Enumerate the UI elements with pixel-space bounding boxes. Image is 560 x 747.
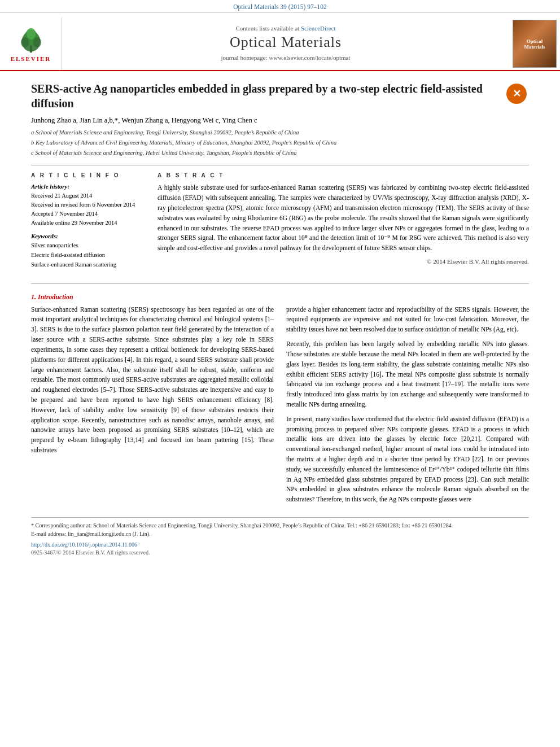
journal-name: Optical Materials	[230, 34, 342, 51]
abstract-heading: A B S T R A C T	[158, 172, 529, 178]
svg-point-4	[20, 37, 29, 47]
body-column-right: provide a higher enhancement factor and …	[286, 305, 529, 509]
received-1: Received 21 August 2014	[31, 191, 144, 200]
crossmark-block: ✕	[506, 84, 529, 104]
svg-point-3	[26, 28, 35, 39]
keyword-2: Electric field-assisted diffusion	[31, 251, 144, 260]
crossmark-x-symbol: ✕	[513, 88, 521, 100]
keyword-3: Surface-enhanced Raman scattering	[31, 260, 144, 270]
elsevier-logo-block: ELSEVIER	[0, 18, 62, 70]
footer-issn: 0925-3467/© 2014 Elsevier B.V. All right…	[31, 549, 529, 556]
affiliation-a: a School of Materials Science and Engine…	[31, 128, 529, 137]
copyright-line: © 2014 Elsevier B.V. All rights reserved…	[158, 258, 529, 265]
abstract-block: A B S T R A C T A highly stable substrat…	[158, 172, 529, 275]
affiliations-block: a School of Materials Science and Engine…	[31, 128, 529, 157]
info-abstract-section: A R T I C L E I N F O Article history: R…	[31, 172, 529, 275]
footnote-email: E-mail address: lin_jian@mail.tongji.edu…	[31, 530, 529, 538]
footnote-section: * Corresponding author at: School of Mat…	[31, 517, 529, 556]
authors-text: Junhong Zhao a, Jian Lin a,b,*, Wenjun Z…	[31, 116, 257, 124]
affiliation-c: c School of Materials Science and Engine…	[31, 148, 529, 158]
header-divider	[31, 165, 529, 165]
abstract-text: A highly stable substrate used for surfa…	[158, 183, 529, 254]
elsevier-tree-icon	[14, 26, 48, 54]
journal-reference: Optical Materials 39 (2015) 97–102	[0, 0, 560, 13]
journal-header: ELSEVIER Contents lists available at Sci…	[0, 13, 560, 71]
article-title: SERS-active Ag nanoparticles embedded in…	[31, 81, 501, 111]
section-1-title: 1. Introduction	[31, 293, 529, 302]
body-col2-para2: Recently, this problem has been largely …	[286, 339, 529, 410]
article-info-heading: A R T I C L E I N F O	[31, 172, 144, 178]
body-column-left: Surface-enhanced Raman scattering (SERS)…	[31, 305, 274, 509]
history-group: Article history: Received 21 August 2014…	[31, 183, 144, 227]
affiliation-b: b Key Laboratory of Advanced Civil Engin…	[31, 138, 529, 147]
received-revised: Received in revised form 6 November 2014	[31, 200, 144, 209]
keywords-label: Keywords:	[31, 233, 144, 239]
body-col2-para3: In present, many studies have confirmed …	[286, 414, 529, 505]
sciencedirect-link: Contents lists available at ScienceDirec…	[235, 25, 335, 32]
keyword-1: Silver nanoparticles	[31, 241, 144, 251]
journal-homepage: journal homepage: www.elsevier.com/locat…	[221, 54, 351, 61]
svg-point-5	[33, 37, 41, 47]
history-label: Article history:	[31, 183, 144, 190]
journal-cover-image: Optical Materials	[513, 20, 557, 68]
sciencedirect-anchor[interactable]: ScienceDirect	[301, 25, 336, 32]
accepted-date: Accepted 7 November 2014	[31, 209, 144, 219]
main-content: SERS-active Ag nanoparticles embedded in…	[0, 71, 560, 567]
body-col1-para1: Surface-enhanced Raman scattering (SERS)…	[31, 305, 274, 456]
article-title-section: SERS-active Ag nanoparticles embedded in…	[31, 81, 529, 111]
body-col2-para1: provide a higher enhancement factor and …	[286, 305, 529, 335]
elsevier-label: ELSEVIER	[11, 55, 51, 62]
doi-line: http://dx.doi.org/10.1016/j.optmat.2014.…	[31, 541, 529, 548]
crossmark-icon: ✕	[506, 84, 527, 104]
body-divider	[31, 283, 529, 284]
available-online: Available online 29 November 2014	[31, 219, 144, 228]
contents-text: Contents lists available at	[235, 25, 299, 32]
keywords-group: Keywords: Silver nanoparticles Electric …	[31, 233, 144, 269]
journal-cover: Optical Materials	[509, 18, 560, 70]
journal-title-block: Contents lists available at ScienceDirec…	[62, 18, 509, 70]
journal-ref-text: Optical Materials 39 (2015) 97–102	[233, 3, 326, 10]
body-columns: Surface-enhanced Raman scattering (SERS)…	[31, 305, 529, 509]
body-content: 1. Introduction Surface-enhanced Raman s…	[31, 293, 529, 509]
authors-line: Junhong Zhao a, Jian Lin a,b,*, Wenjun Z…	[31, 116, 529, 125]
article-info-block: A R T I C L E I N F O Article history: R…	[31, 172, 144, 275]
cover-label: Optical Materials	[524, 38, 545, 50]
footnote-corresponding: * Corresponding author at: School of Mat…	[31, 521, 529, 530]
